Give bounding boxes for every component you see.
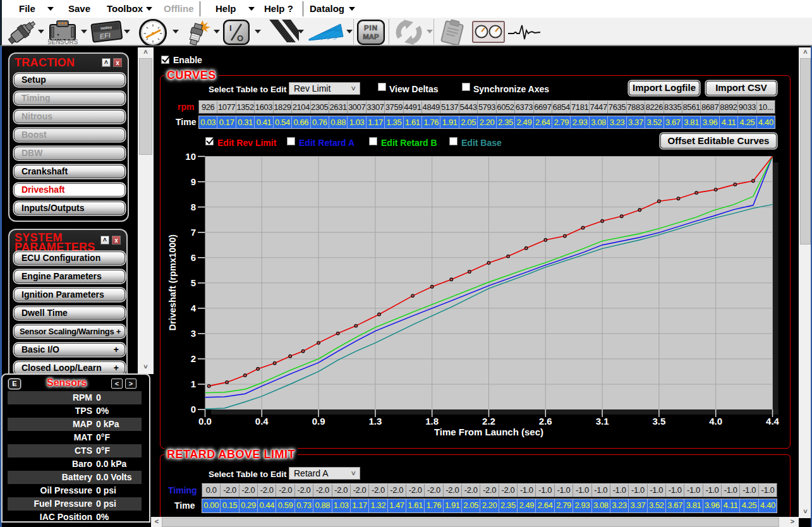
svg-text:0.9: 0.9 <box>312 416 325 427</box>
svg-text:5: 5 <box>191 277 196 288</box>
svg-text:4.4: 4.4 <box>766 416 780 427</box>
svg-text:SENSORS: SENSORS <box>48 39 78 45</box>
svg-text:3.5: 3.5 <box>652 416 665 427</box>
svg-text:4: 4 <box>191 303 197 313</box>
svg-text:10: 10 <box>185 151 196 162</box>
svg-text:8: 8 <box>191 202 196 212</box>
svg-text:1: 1 <box>191 379 196 389</box>
svg-text:PIN: PIN <box>364 24 378 32</box>
svg-text:1.8: 1.8 <box>425 416 439 427</box>
svg-text:2.6: 2.6 <box>539 416 552 427</box>
svg-text:0: 0 <box>191 404 196 415</box>
svg-text:EFI: EFI <box>100 31 111 40</box>
svg-text:Driveshaft (rpmx1000): Driveshaft (rpmx1000) <box>167 234 178 330</box>
svg-text:Time From Launch (sec): Time From Launch (sec) <box>434 427 543 437</box>
svg-text:MAP: MAP <box>363 33 379 40</box>
svg-text:2: 2 <box>191 353 196 364</box>
svg-text:0.0: 0.0 <box>198 416 212 427</box>
svg-text:0.4: 0.4 <box>255 416 269 427</box>
svg-text:O: O <box>237 33 243 43</box>
svg-text:6: 6 <box>191 252 196 263</box>
svg-text:4.0: 4.0 <box>709 416 722 427</box>
svg-text:9: 9 <box>191 176 196 187</box>
svg-text:3: 3 <box>191 328 196 339</box>
svg-text:I: I <box>229 23 232 33</box>
svg-text:7: 7 <box>191 227 196 238</box>
svg-text:1.3: 1.3 <box>368 416 382 427</box>
svg-text:2.2: 2.2 <box>482 416 495 427</box>
svg-text:3.1: 3.1 <box>596 416 609 427</box>
